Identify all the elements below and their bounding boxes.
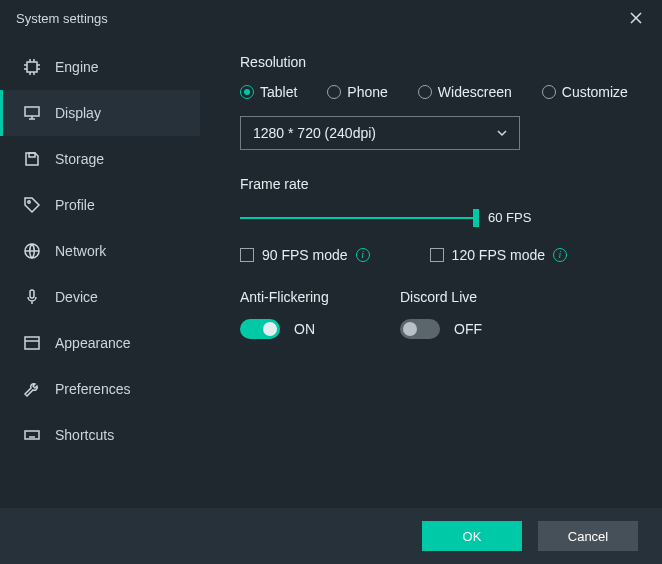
monitor-icon: [23, 104, 41, 122]
sidebar-item-label: Shortcuts: [55, 427, 114, 443]
slider-thumb[interactable]: [473, 209, 479, 227]
sidebar-item-shortcuts[interactable]: Shortcuts: [0, 412, 200, 458]
ok-button[interactable]: OK: [422, 521, 522, 551]
globe-icon: [23, 242, 41, 260]
wrench-icon: [23, 380, 41, 398]
info-icon[interactable]: i: [553, 248, 567, 262]
radio-widescreen[interactable]: Widescreen: [418, 84, 512, 100]
sidebar-item-preferences[interactable]: Preferences: [0, 366, 200, 412]
tag-icon: [23, 196, 41, 214]
sidebar-item-storage[interactable]: Storage: [0, 136, 200, 182]
framerate-value: 60 FPS: [488, 210, 531, 225]
checkbox-icon: [240, 248, 254, 262]
radio-icon: [542, 85, 556, 99]
ok-label: OK: [463, 529, 482, 544]
cancel-button[interactable]: Cancel: [538, 521, 638, 551]
checkbox-icon: [430, 248, 444, 262]
svg-point-3: [28, 201, 30, 203]
svg-rect-2: [29, 153, 35, 157]
sidebar-item-appearance[interactable]: Appearance: [0, 320, 200, 366]
check-120fps[interactable]: 120 FPS mode i: [430, 247, 567, 263]
antiflicker-state: ON: [294, 321, 315, 337]
sidebar-item-label: Engine: [55, 59, 99, 75]
keyboard-icon: [23, 426, 41, 444]
sidebar-item-label: Preferences: [55, 381, 130, 397]
discord-toggle[interactable]: [400, 319, 440, 339]
close-icon: [629, 11, 643, 25]
discord-state: OFF: [454, 321, 482, 337]
sidebar-item-label: Profile: [55, 197, 95, 213]
sidebar-item-label: Display: [55, 105, 101, 121]
radio-phone[interactable]: Phone: [327, 84, 387, 100]
resolution-radio-group: Tablet Phone Widescreen Customize: [240, 84, 634, 100]
antiflicker-toggle[interactable]: [240, 319, 280, 339]
chevron-down-icon: [495, 126, 509, 140]
svg-rect-5: [30, 290, 34, 298]
mic-icon: [23, 288, 41, 306]
radio-label: Tablet: [260, 84, 297, 100]
framerate-slider[interactable]: [240, 217, 478, 219]
sidebar-item-label: Appearance: [55, 335, 131, 351]
close-button[interactable]: [622, 4, 650, 32]
check-90fps[interactable]: 90 FPS mode i: [240, 247, 370, 263]
radio-label: Phone: [347, 84, 387, 100]
svg-rect-6: [25, 337, 39, 349]
discord-heading: Discord Live: [400, 289, 560, 305]
sidebar-item-network[interactable]: Network: [0, 228, 200, 274]
window-title: System settings: [16, 11, 622, 26]
antiflicker-heading: Anti-Flickering: [240, 289, 400, 305]
sidebar-item-label: Network: [55, 243, 106, 259]
toggle-knob: [403, 322, 417, 336]
cancel-label: Cancel: [568, 529, 608, 544]
resolution-heading: Resolution: [240, 54, 634, 70]
sidebar-item-display[interactable]: Display: [0, 90, 200, 136]
toggle-knob: [263, 322, 277, 336]
layout-icon: [23, 334, 41, 352]
sidebar-item-profile[interactable]: Profile: [0, 182, 200, 228]
radio-customize[interactable]: Customize: [542, 84, 628, 100]
sidebar-item-label: Device: [55, 289, 98, 305]
radio-icon: [418, 85, 432, 99]
sidebar-item-device[interactable]: Device: [0, 274, 200, 320]
svg-rect-0: [27, 62, 37, 72]
check-label: 90 FPS mode: [262, 247, 348, 263]
titlebar: System settings: [0, 0, 662, 36]
cpu-icon: [23, 58, 41, 76]
radio-icon: [327, 85, 341, 99]
radio-label: Widescreen: [438, 84, 512, 100]
footer: OK Cancel: [0, 508, 662, 564]
radio-label: Customize: [562, 84, 628, 100]
check-label: 120 FPS mode: [452, 247, 545, 263]
dropdown-value: 1280 * 720 (240dpi): [253, 125, 376, 141]
sidebar: Engine Display Storage Profile Network D…: [0, 36, 200, 508]
sidebar-item-label: Storage: [55, 151, 104, 167]
sidebar-item-engine[interactable]: Engine: [0, 44, 200, 90]
svg-rect-7: [25, 431, 39, 439]
framerate-heading: Frame rate: [240, 176, 634, 192]
radio-icon: [240, 85, 254, 99]
radio-tablet[interactable]: Tablet: [240, 84, 297, 100]
resolution-dropdown[interactable]: 1280 * 720 (240dpi): [240, 116, 520, 150]
svg-rect-1: [25, 107, 39, 116]
save-icon: [23, 150, 41, 168]
main-panel: Resolution Tablet Phone Widescreen Custo…: [200, 36, 662, 508]
info-icon[interactable]: i: [356, 248, 370, 262]
